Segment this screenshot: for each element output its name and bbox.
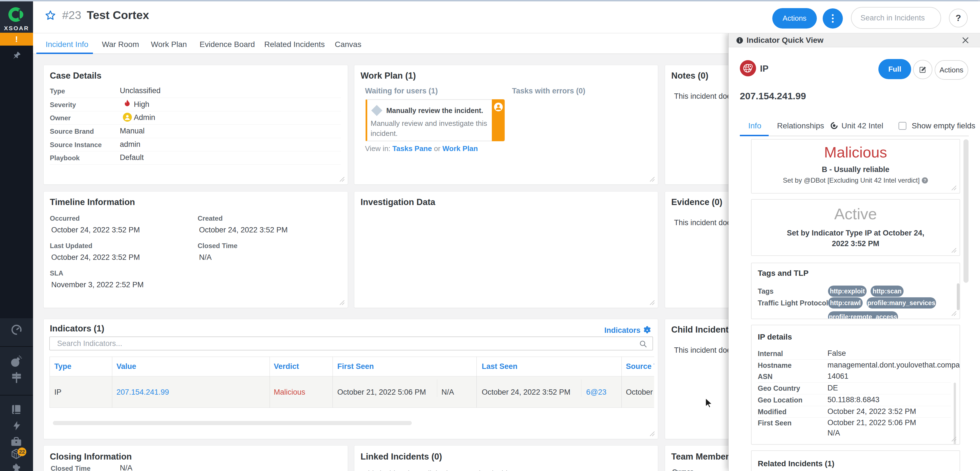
svg-text:?: ?: [924, 178, 926, 182]
